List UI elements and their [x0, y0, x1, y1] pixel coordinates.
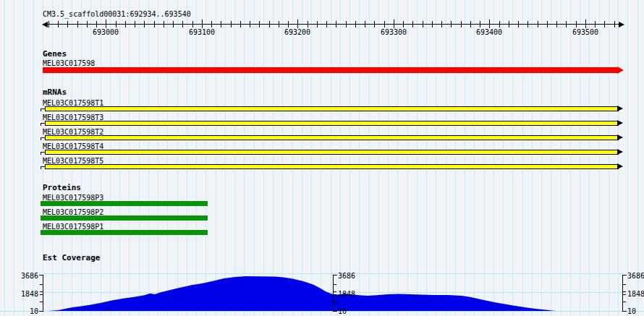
- coverage-scale-line: [333, 275, 334, 312]
- coverage-scale-line: [43, 275, 43, 312]
- coverage-scale-tick: [623, 302, 626, 302]
- coverage-scale-tick: [334, 284, 336, 285]
- coverage-scale-tick: [40, 302, 43, 302]
- coverage-baseline-gridline: [0, 311, 644, 312]
- coverage-scale-value-label: 10: [627, 307, 636, 315]
- coverage-scale-tick: [623, 311, 627, 312]
- coverage-scale-value-label: 3686: [338, 272, 355, 280]
- coverage-scale-value-label: 10: [9, 307, 38, 315]
- coverage-scale-tick: [623, 294, 626, 295]
- coverage-scale-tick: [40, 291, 43, 292]
- coverage-scale-tick: [334, 311, 337, 312]
- coverage-scale-tick: [623, 284, 626, 285]
- coverage-scale-tick: [40, 284, 43, 285]
- coverage-scale-value-label: 1848: [627, 290, 644, 298]
- coverage-scale-value-label: 10: [338, 307, 347, 315]
- coverage-scale-tick: [623, 291, 626, 292]
- coverage-scale-value-label: 3686: [627, 272, 644, 280]
- coverage-area-chart: [0, 0, 644, 316]
- coverage-scale-tick: [39, 275, 43, 276]
- coverage-scale-tick: [334, 302, 336, 302]
- genome-browser-panel: CM3.5_scaffold00031:692934..693540 69300…: [0, 0, 644, 316]
- coverage-scale-tick: [39, 311, 43, 312]
- coverage-scale-value-label: 1848: [338, 290, 355, 298]
- coverage-scale-tick: [334, 294, 336, 295]
- coverage-scale-tick: [623, 275, 627, 276]
- coverage-scale-value-label: 3686: [9, 272, 38, 280]
- coverage-scale-tick: [334, 291, 336, 292]
- coverage-scale-tick: [334, 275, 337, 276]
- coverage-scale-line: [622, 275, 623, 312]
- coverage-scale-value-label: 1848: [9, 290, 38, 298]
- coverage-scale-tick: [40, 294, 43, 295]
